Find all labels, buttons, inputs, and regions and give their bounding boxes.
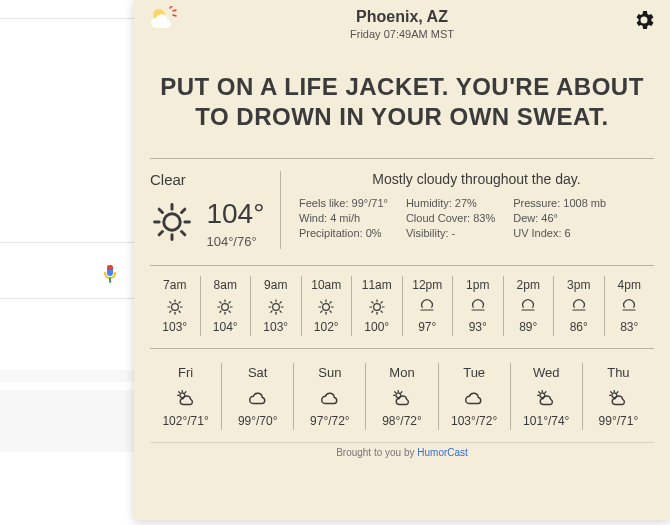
wind: Wind: 4 mi/h [299, 212, 388, 224]
day-summary: Mostly cloudy throughout the day. [299, 171, 654, 187]
location-title: Phoenix, AZ [150, 8, 654, 26]
cell-label: Mon [366, 365, 437, 380]
hour-cell: 3pm86° [553, 276, 604, 336]
day-cell: Thu99°/71° [582, 363, 654, 430]
visibility: Visibility: - [406, 227, 495, 239]
cell-label: Wed [511, 365, 582, 380]
condition-text: Clear [150, 171, 280, 188]
cell-temp: 93° [453, 320, 503, 334]
cell-temp: 103°/72° [439, 414, 510, 428]
pressure: Pressure: 1008 mb [513, 197, 606, 209]
humorcast-link[interactable]: HumorCast [417, 447, 468, 458]
day-cell: Wed101°/74° [510, 363, 582, 430]
hour-cell: 1pm93° [452, 276, 503, 336]
day-cell: Fri102°/71° [150, 363, 221, 430]
day-cell: Tue103°/72° [438, 363, 510, 430]
cell-temp: 99°/71° [583, 414, 654, 428]
cell-label: 8am [201, 278, 251, 292]
cloud-sun-icon [150, 388, 221, 408]
sun-dots-icon [251, 298, 301, 316]
precipitation: Precipitation: 0% [299, 227, 388, 239]
current-conditions: Clear 104° 104°/76° Mostly cloudy throug… [134, 159, 670, 265]
cell-temp: 86° [554, 320, 604, 334]
dew: Dew: 46° [513, 212, 606, 224]
cell-label: 3pm [554, 278, 604, 292]
mic-icon[interactable] [98, 262, 122, 286]
browser-gutter [0, 0, 134, 525]
cell-label: 9am [251, 278, 301, 292]
cell-temp: 102°/71° [150, 414, 221, 428]
cell-label: Tue [439, 365, 510, 380]
hour-cell: 2pm89° [503, 276, 554, 336]
cell-label: 12pm [403, 278, 453, 292]
sun-dots-icon [302, 298, 352, 316]
cell-label: 1pm [453, 278, 503, 292]
feels-like: Feels like: 99°/71° [299, 197, 388, 209]
hour-cell: 11am100° [351, 276, 402, 336]
cell-temp: 103° [150, 320, 200, 334]
cell-label: 10am [302, 278, 352, 292]
cell-label: Thu [583, 365, 654, 380]
svg-line-19 [173, 15, 176, 16]
gear-icon[interactable] [632, 8, 656, 32]
sun-cloud-icon [148, 6, 180, 32]
timestamp: Friday 07:49AM MST [150, 28, 654, 40]
hour-cell: 7am103° [150, 276, 200, 336]
cell-temp: 83° [605, 320, 655, 334]
day-cell: Sun97°/72° [293, 363, 365, 430]
footer: Brought to you by HumorCast [150, 442, 654, 466]
cell-label: 2pm [504, 278, 554, 292]
partly-icon [554, 298, 604, 316]
partly-icon [504, 298, 554, 316]
humor-headline: PUT ON A LIFE JACKET. YOU'RE ABOUT TO DR… [134, 40, 670, 132]
partly-icon [453, 298, 503, 316]
cloud-sun-icon [583, 388, 654, 408]
cell-temp: 103° [251, 320, 301, 334]
sun-dots-icon [150, 298, 200, 316]
cell-label: 11am [352, 278, 402, 292]
day-cell: Sat99°/70° [221, 363, 293, 430]
hourly-forecast: 7am103°8am104°9am103°10am102°11am100°12p… [134, 266, 670, 348]
cell-temp: 104° [201, 320, 251, 334]
cell-label: 7am [150, 278, 200, 292]
sun-dots-icon [201, 298, 251, 316]
cell-temp: 102° [302, 320, 352, 334]
cloud-icon [222, 388, 293, 408]
cell-label: Fri [150, 365, 221, 380]
hour-cell: 9am103° [250, 276, 301, 336]
footer-prefix: Brought to you by [336, 447, 417, 458]
hour-cell: 8am104° [200, 276, 251, 336]
cell-label: 4pm [605, 278, 655, 292]
cloud-icon [294, 388, 365, 408]
day-cell: Mon98°/72° [365, 363, 437, 430]
cell-temp: 98°/72° [366, 414, 437, 428]
svg-line-18 [173, 10, 176, 11]
detail-grid: Feels like: 99°/71° Wind: 4 mi/h Precipi… [299, 197, 654, 242]
cell-temp: 89° [504, 320, 554, 334]
hi-lo: 104°/76° [206, 234, 264, 249]
cell-temp: 97° [403, 320, 453, 334]
cloud-icon [439, 388, 510, 408]
svg-line-17 [170, 6, 172, 8]
weather-card: Phoenix, AZ Friday 07:49AM MST PUT ON A … [134, 0, 670, 520]
uv-index: UV Index: 6 [513, 227, 606, 239]
cell-temp: 97°/72° [294, 414, 365, 428]
sun-dots-icon [352, 298, 402, 316]
cell-label: Sun [294, 365, 365, 380]
hour-cell: 4pm83° [604, 276, 655, 336]
cell-temp: 101°/74° [511, 414, 582, 428]
daily-forecast: Fri102°/71°Sat99°/70°Sun97°/72°Mon98°/72… [134, 349, 670, 442]
cloud-sun-icon [366, 388, 437, 408]
hour-cell: 10am102° [301, 276, 352, 336]
humidity: Humidity: 27% [406, 197, 495, 209]
partly-icon [605, 298, 655, 316]
sun-icon [150, 200, 194, 248]
cell-temp: 100° [352, 320, 402, 334]
cell-label: Sat [222, 365, 293, 380]
cloud-cover: Cloud Cover: 83% [406, 212, 495, 224]
cell-temp: 99°/70° [222, 414, 293, 428]
hour-cell: 12pm97° [402, 276, 453, 336]
cloud-sun-icon [511, 388, 582, 408]
partly-icon [403, 298, 453, 316]
current-temp: 104° [206, 198, 264, 230]
